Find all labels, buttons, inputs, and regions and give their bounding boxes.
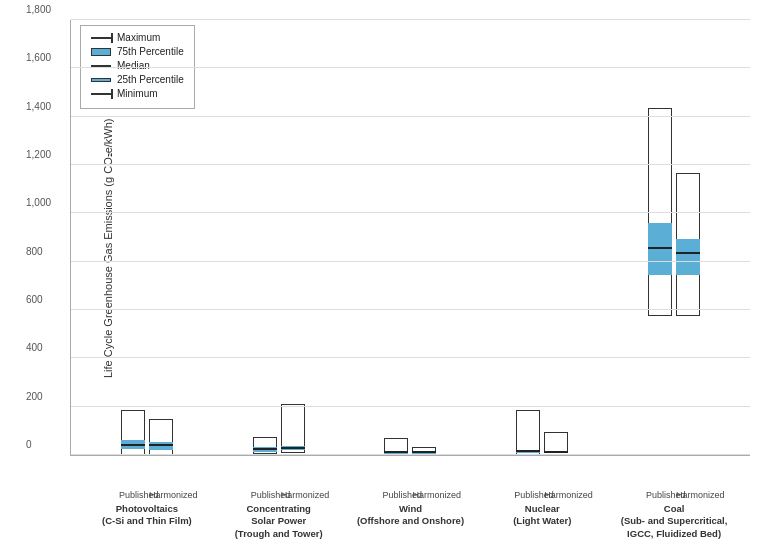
bar-median xyxy=(516,450,540,452)
bar-box xyxy=(544,432,568,453)
y-tick-label: 0 xyxy=(26,439,32,450)
grid-line xyxy=(71,309,750,310)
x-group-label: Nuclear (Light Water) xyxy=(476,503,608,528)
x-bar-label: Published xyxy=(514,490,540,500)
bar-wrapper xyxy=(516,410,540,455)
bar-wrapper xyxy=(676,173,700,455)
x-bar-label: Harmonized xyxy=(676,490,702,500)
grid-line xyxy=(71,261,750,262)
x-label-group: PublishedHarmonizedPhotovoltaics (C-Si a… xyxy=(81,490,213,540)
x-label-pair: PublishedHarmonized xyxy=(81,490,213,500)
y-tick-label: 400 xyxy=(26,342,43,353)
grid-line xyxy=(71,357,750,358)
y-tick-label: 600 xyxy=(26,294,43,305)
x-group-label: Photovoltaics (C-Si and Thin Film) xyxy=(81,503,213,528)
bar-box xyxy=(676,173,700,316)
y-tick-label: 800 xyxy=(26,245,43,256)
x-bar-label: Harmonized xyxy=(149,490,175,500)
bar-median xyxy=(281,447,305,449)
bar-median xyxy=(384,451,408,453)
x-bar-label: Published xyxy=(119,490,145,500)
y-tick-label: 1,600 xyxy=(26,52,51,63)
x-bar-label: Harmonized xyxy=(281,490,307,500)
bar-pair xyxy=(648,108,700,455)
bar-median xyxy=(121,444,145,446)
bar-groups xyxy=(71,20,750,455)
bar-wrapper xyxy=(253,437,277,455)
bar-group xyxy=(81,410,213,455)
bar-group xyxy=(213,404,345,455)
bar-median xyxy=(253,448,277,450)
bar-pair xyxy=(121,410,173,455)
bar-box xyxy=(384,438,408,454)
x-group-label: Concentrating Solar Power (Trough and To… xyxy=(213,503,345,540)
y-tick-label: 200 xyxy=(26,390,43,401)
bar-box xyxy=(253,437,277,454)
x-label-group: PublishedHarmonizedCoal (Sub- and Superc… xyxy=(608,490,740,540)
chart-area: PublishedHarmonizedPhotovoltaics (C-Si a… xyxy=(70,20,750,456)
x-bar-label: Published xyxy=(382,490,408,500)
bar-group xyxy=(476,410,608,455)
chart-container: Life Cycle Greenhouse Gas Emissions (g C… xyxy=(0,0,770,556)
grid-line xyxy=(71,116,750,117)
x-label-pair: PublishedHarmonized xyxy=(608,490,740,500)
bar-inner xyxy=(676,239,700,275)
bar-wrapper xyxy=(384,438,408,455)
x-bar-label: Published xyxy=(251,490,277,500)
x-label-group: PublishedHarmonizedNuclear (Light Water) xyxy=(476,490,608,540)
x-group-label: Wind (Offshore and Onshore) xyxy=(345,503,477,528)
bar-median xyxy=(544,451,568,453)
bar-wrapper xyxy=(121,410,145,455)
bar-median xyxy=(676,252,700,254)
bar-wrapper xyxy=(149,419,173,455)
x-label-group: PublishedHarmonizedWind (Offshore and On… xyxy=(345,490,477,540)
bar-wrapper xyxy=(281,404,305,455)
x-label-pair: PublishedHarmonized xyxy=(213,490,345,500)
x-label-pair: PublishedHarmonized xyxy=(476,490,608,500)
bar-outer xyxy=(516,410,540,455)
y-tick-label: 1,000 xyxy=(26,197,51,208)
bar-median xyxy=(149,444,173,446)
bar-median xyxy=(412,451,436,453)
x-label-group: PublishedHarmonizedConcentrating Solar P… xyxy=(213,490,345,540)
grid-line xyxy=(71,164,750,165)
bar-median xyxy=(648,247,672,249)
x-bar-label: Harmonized xyxy=(544,490,570,500)
grid-line xyxy=(71,406,750,407)
bar-group xyxy=(608,108,740,455)
y-tick-label: 1,400 xyxy=(26,100,51,111)
bar-pair xyxy=(384,438,436,455)
grid-line xyxy=(71,67,750,68)
x-bar-label: Harmonized xyxy=(412,490,438,500)
x-group-label: Coal (Sub- and Supercritical, IGCC, Flui… xyxy=(608,503,740,540)
bar-group xyxy=(345,438,477,455)
bar-box xyxy=(281,404,305,454)
x-bar-label: Published xyxy=(646,490,672,500)
grid-line xyxy=(71,454,750,455)
bar-pair xyxy=(253,404,305,455)
bar-wrapper xyxy=(544,432,568,455)
grid-line xyxy=(71,19,750,20)
y-tick-label: 1,800 xyxy=(26,4,51,15)
bar-box xyxy=(516,410,540,455)
x-label-pair: PublishedHarmonized xyxy=(345,490,477,500)
bar-box xyxy=(149,419,173,454)
x-labels: PublishedHarmonizedPhotovoltaics (C-Si a… xyxy=(71,490,750,540)
y-tick-label: 1,200 xyxy=(26,149,51,160)
bar-wrapper xyxy=(648,108,672,455)
grid-line xyxy=(71,212,750,213)
bar-box xyxy=(121,410,145,455)
bar-pair xyxy=(516,410,568,455)
